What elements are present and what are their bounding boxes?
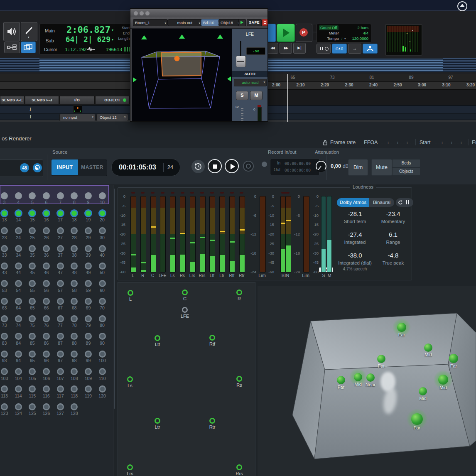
channel-30[interactable] [99,227,106,234]
channel-8[interactable] [71,192,78,199]
pan-3d-view[interactable] [132,29,232,121]
channel-50[interactable] [99,263,106,270]
channel-89[interactable] [85,333,92,340]
ruler-bar-label[interactable]: 81 [366,75,378,80]
send-slot-f[interactable]: f [30,115,31,119]
bed-select[interactable]: Bd110 ▾ [201,19,220,26]
channel-45[interactable] [29,263,36,270]
mirror-windows-button[interactable] [21,42,36,53]
channel-97[interactable] [57,351,64,358]
channel-4[interactable] [15,192,22,199]
mute-beds-button[interactable]: Beds [392,159,420,167]
channel-44[interactable] [15,263,22,270]
go-to-end-button[interactable]: ▶| [293,43,306,54]
lfe-fader-handle[interactable] [236,56,246,67]
channel-64[interactable] [15,298,22,305]
channel-83[interactable] [1,333,8,340]
output-select[interactable]: main out ▾ [168,19,202,26]
renderer-record-button[interactable] [243,161,254,172]
channel-75[interactable] [29,315,36,322]
input-select-button[interactable]: no input ▾ [59,114,96,121]
pencil-tool-button[interactable]: ▾ [21,22,37,41]
object-sphere-0[interactable] [397,323,406,332]
channel-15[interactable] [28,209,36,217]
link-timeline-button[interactable] [4,42,20,53]
channel-29[interactable] [85,227,92,234]
ruler-minsec-label[interactable]: 2:50 [391,83,405,87]
channel-124[interactable] [15,403,22,410]
start-tc-value[interactable]: --:--:--:-- [434,140,469,145]
channel-17[interactable] [56,209,64,217]
window-minimize-button[interactable] [139,11,144,16]
tempo-value[interactable]: 120.0000 [348,36,368,41]
channel-55[interactable] [29,280,36,287]
count-off-value[interactable]: 2 bars [346,25,368,30]
window-zoom-button[interactable] [145,11,150,16]
channel-100[interactable] [99,351,106,358]
channel-103[interactable] [1,368,8,375]
channel-116[interactable] [43,385,50,393]
channel-35[interactable] [29,245,36,252]
channel-6[interactable] [43,192,50,199]
playhead-cursor[interactable] [287,74,288,122]
track-header-i-o[interactable]: I/O [59,96,95,104]
object-select-button[interactable]: Object 12 ◇ [96,114,128,121]
fast-forward-button[interactable]: ▶▶ [280,43,292,54]
speaker-config-button[interactable] [33,163,42,172]
mute-objects-button[interactable]: Objects [392,167,420,176]
channel-108[interactable] [71,368,78,375]
channel-27[interactable] [57,227,64,234]
window-close-button[interactable] [133,11,138,16]
panner-titlebar[interactable] [130,9,267,18]
channel-grid-scrollbar[interactable] [114,189,115,409]
rewind-button[interactable]: ◀◀ [266,43,278,54]
object-sphere-5[interactable] [366,373,375,382]
tempo-ruler-button[interactable]: → [348,44,361,54]
channel-104[interactable] [15,368,22,375]
ruler-minsec-label[interactable]: 3:10 [439,83,454,87]
channel-37[interactable] [57,245,64,252]
attenuation-knob[interactable] [314,159,328,173]
frame-rate-label[interactable]: Frame rate [330,140,356,145]
channel-79[interactable] [85,315,92,322]
channel-28[interactable] [71,227,78,234]
channel-110[interactable] [99,368,106,375]
source-master-button[interactable]: MASTER [78,159,106,175]
channel-66[interactable] [43,298,50,305]
channel-43[interactable] [1,263,8,270]
channel-53[interactable] [1,280,8,287]
channel-123[interactable] [1,403,8,410]
automation-mode-select[interactable]: auto read ▾ [234,79,267,86]
channel-10[interactable] [99,192,106,199]
channel-14[interactable] [15,209,22,217]
object-sphere-8[interactable] [419,387,427,395]
conductor-button[interactable] [363,44,378,54]
ruler-bar-label[interactable]: 73 [326,75,339,80]
main-counter-arrow[interactable]: ▾ [112,28,113,32]
metronome-button[interactable]: ((▲)) [332,44,347,54]
channel-19[interactable] [84,209,92,217]
channel-26[interactable] [43,227,50,234]
attenuation-value[interactable]: 0,00 dB [331,163,349,169]
channel-125[interactable] [29,403,36,410]
track-header-sends-f-j[interactable]: SENDS F-J [25,96,59,104]
channel-109[interactable] [85,368,92,375]
channel-count-badge[interactable]: 48 [20,163,29,172]
channel-36[interactable] [43,245,50,252]
sync-button[interactable] [191,160,205,173]
audition-button[interactable] [3,22,20,41]
record-inout-dot[interactable] [262,162,267,167]
ruler-bar-label[interactable]: 89 [405,75,417,80]
channel-13[interactable] [0,209,8,217]
channel-86[interactable] [43,333,50,340]
ruler-minsec-label[interactable]: 3:20 [464,83,476,87]
channel-88[interactable] [71,333,78,340]
channel-77[interactable] [57,315,64,322]
ruler-minsec-label[interactable]: 3:00 [415,83,429,87]
renderer-stop-button[interactable] [208,159,222,173]
object-sphere-2[interactable] [377,355,385,363]
channel-59[interactable] [85,280,92,287]
sub-counter-arrow[interactable]: ▾ [112,38,113,42]
panner-window[interactable]: Room_1 ▾ main out ▾ Bd110 ▾ Objc18 ▾ SAF… [130,8,268,122]
channel-38[interactable] [71,245,78,252]
